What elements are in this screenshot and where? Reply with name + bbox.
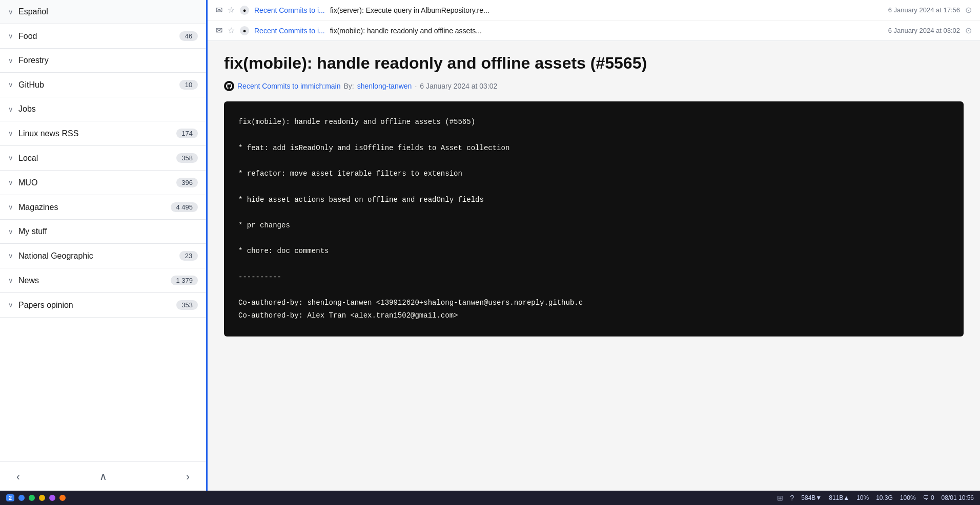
sidebar-item-label: Español xyxy=(18,7,198,16)
sidebar-item-label: My stuff xyxy=(18,227,198,236)
network-status: 811B▲ xyxy=(829,494,849,501)
article-meta-separator: · xyxy=(415,82,417,90)
tab-badge: 2 xyxy=(6,494,14,501)
sidebar-bottom-nav: ‹ ∧ › xyxy=(0,461,206,491)
statusbar: 2 ⊞ ? 584B▼ 811B▲ 10% 10.3G 100% 🗨 0 08/… xyxy=(0,491,980,505)
message-status: 🗨 0 xyxy=(923,494,934,501)
envelope-icon: ✉ xyxy=(216,5,222,15)
sidebar-item-espanol[interactable]: ∨ Español xyxy=(0,0,206,24)
sidebar: ∨ Español ∨ Food 46 ∨ Forestry ∨ GitHub … xyxy=(0,0,208,491)
sidebar-item-count: 1 379 xyxy=(171,276,198,285)
sidebar-item-label: Jobs xyxy=(18,104,198,114)
chevron-icon: ∨ xyxy=(8,106,13,113)
chevron-icon: ∨ xyxy=(8,179,13,186)
sidebar-item-my-stuff[interactable]: ∨ My stuff xyxy=(0,220,206,244)
open-action-icon[interactable]: ⊙ xyxy=(965,5,972,15)
article-meta-author: shenlong-tanwen xyxy=(357,82,412,90)
chevron-icon: ∨ xyxy=(8,154,13,162)
storage-status: 10.3G xyxy=(876,494,893,501)
sidebar-item-label: Linux news RSS xyxy=(18,129,176,138)
yellow-dot xyxy=(39,495,45,501)
sidebar-next-button[interactable]: › xyxy=(182,469,194,485)
blue-dot xyxy=(18,495,25,501)
sidebar-item-food[interactable]: ∨ Food 46 xyxy=(0,24,206,49)
chevron-icon: ∨ xyxy=(8,301,13,309)
sidebar-up-button[interactable]: ∧ xyxy=(95,468,111,485)
sidebar-item-count: 10 xyxy=(179,80,198,90)
article-title: fix(mobile): handle readonly and offline… xyxy=(224,53,964,73)
sidebar-item-count: 396 xyxy=(176,178,198,187)
chevron-icon: ∨ xyxy=(8,228,13,236)
chevron-icon: ∨ xyxy=(8,252,13,260)
chevron-icon: ∨ xyxy=(8,277,13,284)
green-dot xyxy=(29,495,35,501)
sidebar-item-local[interactable]: ∨ Local 358 xyxy=(0,146,206,171)
article-code-block: fix(mobile): handle readonly and offline… xyxy=(224,101,964,336)
wifi-status: 584B▼ xyxy=(801,494,822,501)
sidebar-item-label: GitHub xyxy=(18,80,179,90)
sidebar-item-count: 4 495 xyxy=(171,202,198,212)
sidebar-item-papers-opinion[interactable]: ∨ Papers opinion 353 xyxy=(0,293,206,318)
chevron-icon: ∨ xyxy=(8,32,13,40)
feed-entry-source[interactable]: Recent Commits to i... xyxy=(254,6,325,14)
statusbar-left: 2 xyxy=(6,494,66,501)
envelope-icon: ✉ xyxy=(216,26,222,35)
sidebar-item-forestry[interactable]: ∨ Forestry xyxy=(0,49,206,73)
sidebar-item-label: National Geographic xyxy=(18,251,179,261)
brightness-status: 100% xyxy=(900,494,916,501)
sidebar-prev-button[interactable]: ‹ xyxy=(12,469,24,485)
feed-entry-source[interactable]: Recent Commits to i... xyxy=(254,27,325,35)
chevron-icon: ∨ xyxy=(8,81,13,89)
sidebar-item-count: 46 xyxy=(179,31,198,41)
chevron-icon: ∨ xyxy=(8,8,13,16)
sidebar-item-count: 174 xyxy=(176,129,198,138)
battery-status: 10% xyxy=(856,494,869,501)
sidebar-item-label: Food xyxy=(18,32,179,41)
chevron-icon: ∨ xyxy=(8,130,13,137)
sidebar-item-news[interactable]: ∨ News 1 379 xyxy=(0,268,206,293)
feed-entry-title: fix(mobile): handle readonly and offline… xyxy=(330,27,883,35)
open-action-icon[interactable]: ⊙ xyxy=(965,26,972,35)
github-icon: ● xyxy=(240,26,249,35)
article-meta-time: 6 January 2024 at 03:02 xyxy=(420,82,497,90)
sidebar-item-magazines[interactable]: ∨ Magazines 4 495 xyxy=(0,195,206,220)
question-icon: ? xyxy=(790,494,794,502)
github-logo-icon xyxy=(224,81,234,91)
sidebar-item-linux-news-rss[interactable]: ∨ Linux news RSS 174 xyxy=(0,121,206,146)
github-icon: ● xyxy=(240,6,249,15)
feed-entries: ✉ ☆ ● Recent Commits to i... fix(server)… xyxy=(208,0,980,41)
statusbar-right: ⊞ ? 584B▼ 811B▲ 10% 10.3G 100% 🗨 0 08/01… xyxy=(777,494,974,502)
purple-dot xyxy=(49,495,55,501)
article-meta-source[interactable]: Recent Commits to immich:main xyxy=(237,82,341,90)
article-meta: Recent Commits to immich:main By: shenlo… xyxy=(224,81,964,91)
sidebar-item-github[interactable]: ∨ GitHub 10 xyxy=(0,73,206,97)
sidebar-item-label: Local xyxy=(18,154,176,163)
sidebar-item-label: Papers opinion xyxy=(18,301,176,310)
feed-entry-time: 6 January 2024 at 17:56 xyxy=(888,6,960,14)
chevron-icon: ∨ xyxy=(8,203,13,211)
clock: 08/01 10:56 xyxy=(942,494,974,501)
main-content: ✉ ☆ ● Recent Commits to i... fix(server)… xyxy=(208,0,980,491)
sidebar-items-list: ∨ Español ∨ Food 46 ∨ Forestry ∨ GitHub … xyxy=(0,0,206,461)
sidebar-item-national-geographic[interactable]: ∨ National Geographic 23 xyxy=(0,244,206,268)
sidebar-item-count: 353 xyxy=(176,300,198,310)
sidebar-item-jobs[interactable]: ∨ Jobs xyxy=(0,97,206,121)
star-icon[interactable]: ☆ xyxy=(228,5,235,15)
feed-entry-1[interactable]: ✉ ☆ ● Recent Commits to i... fix(server)… xyxy=(208,0,980,20)
chevron-icon: ∨ xyxy=(8,57,13,65)
star-icon[interactable]: ☆ xyxy=(228,26,235,35)
sidebar-item-muo[interactable]: ∨ MUO 396 xyxy=(0,171,206,195)
article-area: fix(mobile): handle readonly and offline… xyxy=(208,41,980,491)
article-meta-by: By: xyxy=(344,82,354,90)
feed-entry-2[interactable]: ✉ ☆ ● Recent Commits to i... fix(mobile)… xyxy=(208,20,980,40)
orange-dot xyxy=(59,495,66,501)
feed-entry-time: 6 January 2024 at 03:02 xyxy=(888,27,960,34)
sidebar-item-count: 23 xyxy=(179,251,198,261)
sidebar-item-label: Forestry xyxy=(18,56,198,65)
sidebar-item-label: MUO xyxy=(18,178,176,187)
sidebar-item-label: News xyxy=(18,276,171,285)
feed-entry-title: fix(server): Execute query in AlbumRepos… xyxy=(330,6,883,14)
sidebar-item-label: Magazines xyxy=(18,203,171,212)
grid-icon: ⊞ xyxy=(777,494,783,502)
sidebar-item-count: 358 xyxy=(176,153,198,163)
